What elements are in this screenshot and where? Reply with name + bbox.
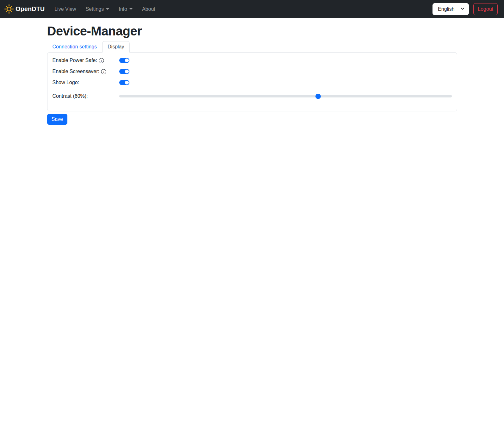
chevron-down-icon <box>106 8 109 10</box>
field-label: Enable Screensaver: i <box>53 69 119 74</box>
field-label-text: Show Logo: <box>53 80 79 85</box>
brand-label: OpenDTU <box>16 5 45 13</box>
show-logo-toggle[interactable] <box>119 80 129 85</box>
nav-item-label: About <box>142 6 155 12</box>
contrast-slider[interactable] <box>119 94 452 99</box>
field-control <box>119 94 452 99</box>
language-select[interactable]: English <box>432 3 469 15</box>
form-row-show-logo: Show Logo: <box>53 80 452 85</box>
power-safe-toggle[interactable] <box>119 58 129 63</box>
field-label: Enable Power Safe: i <box>53 58 119 63</box>
form-row-screensaver: Enable Screensaver: i <box>53 69 452 74</box>
card-body: Enable Power Safe: i Enable Screensaver: <box>47 53 457 111</box>
field-control <box>119 58 452 63</box>
nav-item-settings[interactable]: Settings <box>83 4 112 15</box>
save-button[interactable]: Save <box>47 114 67 125</box>
navbar-right: English Logout <box>432 3 500 15</box>
info-icon[interactable]: i <box>101 69 106 74</box>
logout-button[interactable]: Logout <box>473 3 498 15</box>
nav-item-live-view[interactable]: Live View <box>52 4 78 15</box>
chevron-down-icon <box>129 8 133 10</box>
tab-display[interactable]: Display <box>102 41 129 53</box>
screensaver-toggle[interactable] <box>119 69 129 74</box>
tab-bar: Connection settings Display <box>47 41 457 52</box>
brand-link[interactable]: OpenDTU <box>4 4 45 14</box>
nav-links: Live View Settings Info About <box>50 4 160 15</box>
nav-item-info[interactable]: Info <box>116 4 135 15</box>
field-control <box>119 80 452 85</box>
display-settings-card: Enable Power Safe: i Enable Screensaver: <box>47 52 457 111</box>
field-label-text: Contrast (60%): <box>53 93 88 99</box>
nav-item-label: Live View <box>54 6 76 12</box>
nav-item-about[interactable]: About <box>140 4 158 15</box>
field-label-text: Enable Screensaver: <box>53 69 100 74</box>
navbar: OpenDTU Live View Settings Info About En… <box>0 0 504 18</box>
nav-item-label: Settings <box>85 6 104 12</box>
language-select-wrap: English <box>432 3 469 15</box>
field-label: Contrast (60%): <box>53 93 119 99</box>
sun-icon <box>4 4 14 14</box>
info-icon[interactable]: i <box>99 58 104 63</box>
page-title: Device-Manager <box>47 23 457 39</box>
field-label: Show Logo: <box>53 80 119 85</box>
svg-text:i: i <box>103 70 104 73</box>
field-control <box>119 69 452 74</box>
svg-text:i: i <box>101 59 102 62</box>
main-content: Device-Manager Connection settings Displ… <box>43 23 461 125</box>
nav-item-label: Info <box>119 6 127 12</box>
tab-connection-settings[interactable]: Connection settings <box>47 41 103 52</box>
form-row-power-safe: Enable Power Safe: i <box>53 58 452 63</box>
form-row-contrast: Contrast (60%): <box>53 93 452 99</box>
field-label-text: Enable Power Safe: <box>53 58 97 63</box>
